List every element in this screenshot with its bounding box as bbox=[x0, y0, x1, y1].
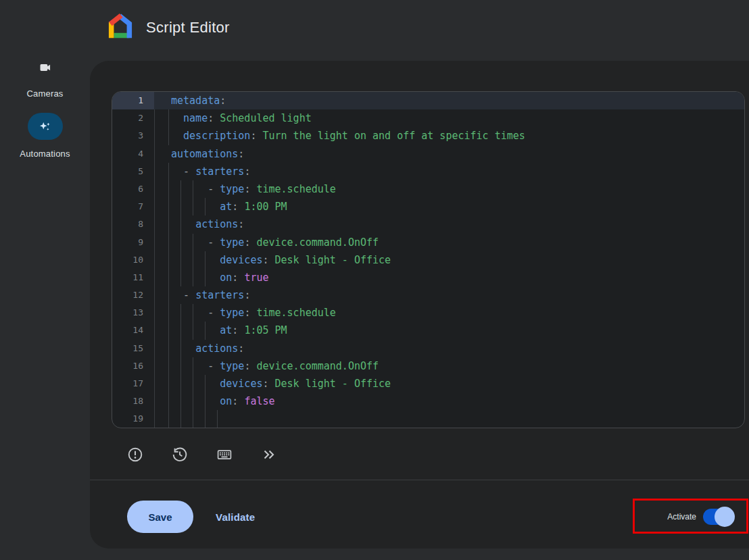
save-button[interactable]: Save bbox=[127, 501, 193, 533]
activate-label: Activate bbox=[667, 512, 696, 521]
code-text: - type: device.command.OnOff bbox=[154, 357, 744, 375]
indent-guide bbox=[205, 375, 206, 392]
toggle-thumb bbox=[715, 507, 735, 527]
sidebar-item-cameras[interactable] bbox=[37, 59, 53, 76]
code-line[interactable]: 11 on: true bbox=[112, 269, 744, 286]
sparkle-icon bbox=[38, 119, 53, 134]
history-icon[interactable] bbox=[172, 447, 188, 463]
code-text bbox=[154, 410, 744, 428]
line-number: 19 bbox=[112, 410, 154, 428]
indent-guide bbox=[168, 410, 169, 428]
code-line[interactable]: 5 - starters: bbox=[112, 163, 744, 180]
code-line[interactable]: 17 devices: Desk light - Office bbox=[112, 375, 744, 392]
code-text: description: Turn the light on and off a… bbox=[154, 127, 744, 145]
code-line[interactable]: 1metadata: bbox=[112, 92, 744, 109]
indent-guide bbox=[193, 251, 193, 269]
code-text: at: 1:05 PM bbox=[154, 322, 744, 339]
code-text: name: Scheduled light bbox=[154, 109, 744, 127]
indent-guide bbox=[193, 322, 193, 339]
indent-guide bbox=[168, 357, 169, 375]
indent-guide bbox=[193, 180, 193, 198]
line-number: 13 bbox=[112, 304, 154, 322]
line-number: 17 bbox=[112, 375, 154, 392]
line-number: 14 bbox=[112, 322, 154, 339]
indent-guide bbox=[168, 392, 169, 410]
footer-divider bbox=[90, 480, 749, 480]
keyboard-icon[interactable] bbox=[216, 447, 233, 463]
line-number: 3 bbox=[112, 127, 154, 145]
indent-guide bbox=[205, 269, 206, 286]
code-line[interactable]: 9 - type: device.command.OnOff bbox=[112, 234, 744, 251]
code-text: automations: bbox=[154, 145, 744, 163]
indent-guide bbox=[168, 304, 169, 322]
line-number: 16 bbox=[112, 357, 154, 375]
indent-guide bbox=[168, 375, 169, 392]
indent-guide bbox=[168, 163, 169, 180]
code-line[interactable]: 6 - type: time.schedule bbox=[112, 180, 744, 198]
code-line[interactable]: 14 at: 1:05 PM bbox=[112, 322, 744, 339]
code-line[interactable]: 7 at: 1:00 PM bbox=[112, 198, 744, 215]
code-text: actions: bbox=[154, 215, 744, 233]
code-text: at: 1:00 PM bbox=[154, 198, 744, 215]
indent-guide bbox=[205, 392, 206, 410]
error-icon[interactable] bbox=[127, 447, 143, 463]
code-line[interactable]: 3 description: Turn the light on and off… bbox=[112, 127, 744, 145]
videocam-icon bbox=[39, 61, 52, 74]
header: Script Editor bbox=[0, 0, 749, 61]
indent-guide bbox=[180, 322, 181, 339]
code-text: - type: device.command.OnOff bbox=[154, 234, 744, 251]
validate-button[interactable]: Validate bbox=[216, 501, 255, 533]
google-home-logo-icon bbox=[107, 14, 134, 41]
code-text: - type: time.schedule bbox=[154, 180, 744, 198]
double-chevron-right-icon[interactable] bbox=[261, 447, 277, 463]
indent-guide bbox=[180, 215, 181, 233]
indent-guide bbox=[180, 269, 181, 286]
code-line[interactable]: 13 - type: time.schedule bbox=[112, 304, 744, 322]
indent-guide bbox=[205, 251, 206, 269]
code-line[interactable]: 2 name: Scheduled light bbox=[112, 109, 744, 127]
indent-guide bbox=[193, 198, 193, 215]
indent-guide bbox=[180, 198, 181, 215]
indent-guide bbox=[180, 357, 181, 375]
code-line[interactable]: 10 devices: Desk light - Office bbox=[112, 251, 744, 269]
code-text: - starters: bbox=[154, 163, 744, 180]
code-editor[interactable]: 1metadata:2 name: Scheduled light3 descr… bbox=[112, 91, 745, 428]
code-text: actions: bbox=[154, 340, 744, 357]
indent-guide bbox=[180, 251, 181, 269]
line-number: 4 bbox=[112, 145, 154, 163]
indent-guide bbox=[193, 304, 193, 322]
indent-guide bbox=[168, 180, 169, 198]
line-number: 9 bbox=[112, 234, 154, 251]
code-text: devices: Desk light - Office bbox=[154, 375, 744, 392]
indent-guide bbox=[168, 322, 169, 339]
activate-toggle[interactable] bbox=[703, 509, 733, 525]
line-number: 12 bbox=[112, 286, 154, 304]
line-number: 2 bbox=[112, 109, 154, 127]
line-number: 5 bbox=[112, 163, 154, 180]
activate-control: Activate bbox=[667, 501, 733, 533]
indent-guide bbox=[180, 304, 181, 322]
sidebar-label-cameras: Cameras bbox=[26, 88, 63, 99]
indent-guide bbox=[168, 286, 169, 304]
indent-guide bbox=[205, 322, 206, 339]
code-line[interactable]: 8 actions: bbox=[112, 215, 744, 233]
indent-guide bbox=[168, 215, 169, 233]
code-line[interactable]: 16 - type: device.command.OnOff bbox=[112, 357, 744, 375]
sidebar-item-automations[interactable] bbox=[28, 113, 63, 140]
code-line[interactable]: 19 bbox=[112, 410, 744, 428]
line-number: 8 bbox=[112, 215, 154, 233]
script-editor-panel: 1metadata:2 name: Scheduled light3 descr… bbox=[90, 61, 749, 549]
indent-guide bbox=[180, 410, 181, 428]
editor-toolbar bbox=[127, 447, 277, 463]
indent-guide bbox=[193, 357, 193, 375]
indent-guide bbox=[168, 269, 169, 286]
code-line[interactable]: 15 actions: bbox=[112, 340, 744, 357]
code-text: on: false bbox=[154, 392, 744, 410]
code-line[interactable]: 12 - starters: bbox=[112, 286, 744, 304]
line-number: 1 bbox=[112, 92, 154, 109]
indent-guide bbox=[205, 410, 206, 428]
indent-guide bbox=[193, 234, 193, 251]
code-line[interactable]: 4automations: bbox=[112, 145, 744, 163]
sidebar: Cameras Automations bbox=[0, 59, 90, 560]
code-line[interactable]: 18 on: false bbox=[112, 392, 744, 410]
